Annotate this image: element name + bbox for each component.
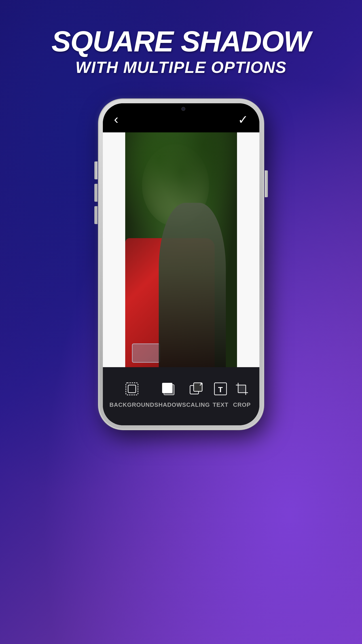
sub-title: WITH MULTIPLE OPTIONS [52,58,310,76]
svg-text:T: T [218,385,223,394]
background-label: BACKGROUND [110,402,154,408]
svg-rect-1 [128,385,136,393]
back-button[interactable]: ‹ [114,111,118,127]
main-title: SQUARE SHADOW [52,27,310,56]
check-button[interactable]: ✓ [238,112,248,127]
content-wrapper: SQUARE SHADOW WITH MULTIPLE OPTIONS ‹ ✓ [0,0,362,644]
phone-notch [152,103,210,114]
crop-icon [233,380,251,398]
svg-rect-13 [238,385,246,393]
background-icon [123,380,141,398]
toolbar-item-text[interactable]: T TEXT [210,380,231,408]
phone-screen: ‹ ✓ [103,103,259,425]
crop-label: CROP [233,402,251,408]
side-bar-left [103,132,125,367]
photo-canvas [125,132,237,367]
photo-person [159,203,226,367]
svg-rect-0 [126,383,138,395]
image-area [103,132,259,367]
shadow-label: SHADOW [154,402,182,408]
svg-rect-3 [164,384,174,395]
text-icon: T [212,380,230,398]
toolbar-item-crop[interactable]: CROP [231,380,252,408]
shadow-icon [159,380,177,398]
toolbar-item-scaling[interactable]: SCALING [182,380,210,408]
scaling-label: SCALING [182,402,210,408]
phone-toolbar: BACKGROUND SHADOW [103,367,259,425]
phone-mockup: ‹ ✓ [98,99,264,430]
text-label: TEXT [213,402,228,408]
phone-frame: ‹ ✓ [98,99,264,430]
side-bar-right [237,132,259,367]
title-section: SQUARE SHADOW WITH MULTIPLE OPTIONS [52,27,310,76]
camera-dot [181,107,185,111]
toolbar-item-shadow[interactable]: SHADOW [154,380,182,408]
scaling-icon [187,380,205,398]
toolbar-item-background[interactable]: BACKGROUND [110,380,154,408]
